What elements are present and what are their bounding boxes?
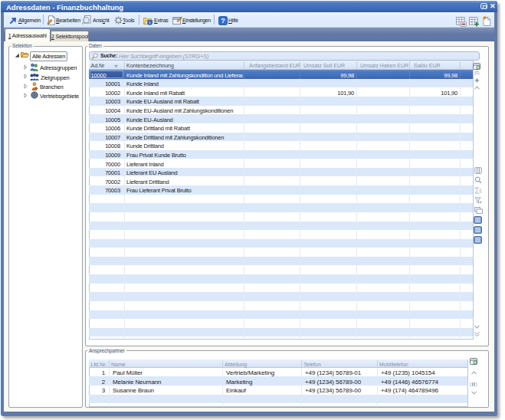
svg-text:?: ?: [221, 17, 225, 25]
